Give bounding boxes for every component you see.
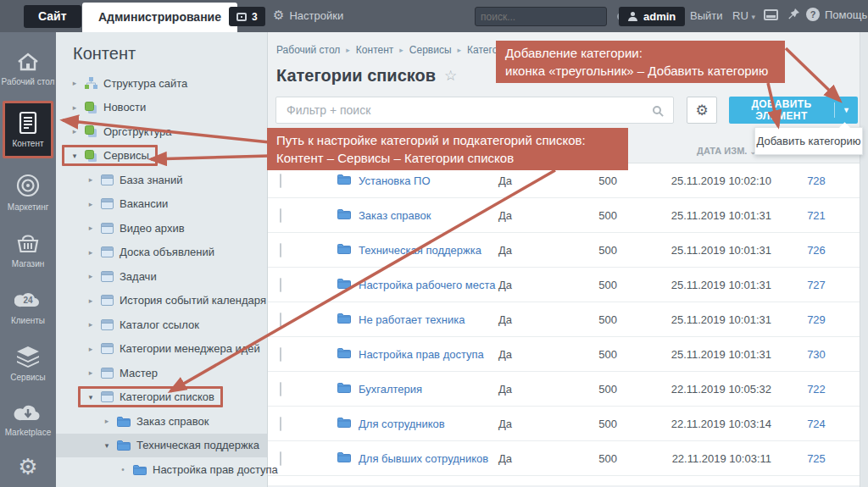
expand-arrow-icon[interactable]: ▸ <box>70 79 79 87</box>
row-checkbox[interactable] <box>280 313 281 327</box>
row-checkbox[interactable] <box>280 208 281 223</box>
tree-item-label[interactable]: Заказ справок <box>136 415 209 428</box>
sidebar-item-shop[interactable]: Магазин <box>0 226 56 274</box>
breadcrumb-item[interactable]: Контент <box>356 44 393 56</box>
tree-item-label[interactable]: Задачи <box>120 270 157 283</box>
tree-item[interactable]: •Настройка прав доступа <box>56 457 267 482</box>
cell-id-link[interactable]: 729 <box>778 313 854 326</box>
tree-item-label[interactable]: Доска объявлений <box>120 246 214 258</box>
row-checkbox[interactable] <box>280 417 281 431</box>
tab-site[interactable]: Сайт <box>24 5 81 28</box>
cell-id-link[interactable]: 727 <box>778 279 854 291</box>
pin-icon[interactable] <box>787 8 800 25</box>
tree-item-label[interactable]: Техническая поддержка <box>136 439 259 451</box>
breadcrumb-item[interactable]: Рабочий стол <box>276 44 340 56</box>
tree-item[interactable]: ▸Видео архив <box>56 216 267 241</box>
tree-item-label[interactable]: Сервисы <box>103 149 149 162</box>
scrollbar[interactable] <box>860 32 868 487</box>
tree-item-label[interactable]: Настройка прав доступа <box>153 463 278 476</box>
category-link[interactable]: Заказ справок <box>359 209 431 222</box>
row-checkbox[interactable] <box>280 382 281 396</box>
cell-id-link[interactable]: 726 <box>778 244 854 257</box>
help-button[interactable]: ? Помощь <box>806 8 867 21</box>
tree-item[interactable]: ▸Доска объявлений <box>56 241 267 265</box>
tree-item[interactable]: ▸База знаний <box>56 168 267 192</box>
tab-administration[interactable]: Администрирование <box>82 3 237 32</box>
tree-item-label[interactable]: Новости <box>103 101 146 113</box>
cell-id-link[interactable]: 725 <box>778 452 854 465</box>
sidebar-item-content[interactable]: Контент <box>3 101 53 158</box>
tree-item-label[interactable]: Вакансии <box>120 197 168 210</box>
cell-id-link[interactable]: 728 <box>778 174 854 187</box>
category-link[interactable]: Для сотрудников <box>359 418 445 430</box>
expand-arrow-icon[interactable]: ▸ <box>86 368 95 377</box>
expand-arrow-icon[interactable]: ▸ <box>86 296 95 305</box>
language-selector[interactable]: RU ▾ <box>732 9 755 22</box>
tree-item[interactable]: ▸Оргструктура <box>56 119 267 144</box>
category-link[interactable]: Для бывших сотрудников <box>359 452 488 465</box>
sidebar-item-clients[interactable]: 24 Клиенты <box>0 283 56 330</box>
tree-item[interactable]: ▸Каталог ссылок <box>56 313 267 337</box>
tree-item-label[interactable]: Категории списков <box>120 390 214 403</box>
topbar-search-input[interactable] <box>476 11 617 23</box>
notifications-button[interactable]: 3 <box>229 7 265 26</box>
tree-item[interactable]: ▾Категории списков <box>56 385 267 410</box>
category-link[interactable]: Не работает техника <box>359 313 465 326</box>
collapse-arrow-icon[interactable]: ▾ <box>103 441 111 450</box>
tree-item-label[interactable]: Оргструктура <box>103 125 172 138</box>
favorite-star-icon[interactable]: ☆ <box>444 67 457 85</box>
expand-arrow-icon[interactable]: ▸ <box>86 320 95 329</box>
tree-item[interactable]: ▸Вакансии <box>56 192 267 217</box>
collapse-arrow-icon[interactable]: ▾ <box>86 393 95 401</box>
cell-id-link[interactable]: 724 <box>778 418 854 430</box>
expand-arrow-icon[interactable]: ▸ <box>70 103 79 112</box>
category-link[interactable]: Техническая поддержка <box>359 244 481 257</box>
add-element-dropdown-caret[interactable]: ▼ <box>834 102 858 118</box>
filter-search-input[interactable] <box>276 103 653 117</box>
cell-id-link[interactable]: 722 <box>778 383 854 396</box>
tree-item-label[interactable]: Видео архив <box>120 222 185 235</box>
tree-item[interactable]: ▾Сервисы <box>56 144 267 169</box>
sidebar-settings-gear-icon[interactable]: ⚙ <box>18 455 37 479</box>
category-link[interactable]: Бухгалтерия <box>359 383 422 396</box>
expand-arrow-icon[interactable]: ▸ <box>86 200 95 208</box>
tree-item[interactable]: ▸Задачи <box>56 264 267 289</box>
filter-search[interactable] <box>275 97 674 124</box>
sidebar-item-marketing[interactable]: Маркетинг <box>0 168 56 217</box>
category-link[interactable]: Настройка рабочего места <box>359 279 495 291</box>
sidebar-item-desktop[interactable]: Рабочий стол <box>0 46 56 91</box>
tree-item-label[interactable]: Категории менеджера идей <box>120 342 260 355</box>
row-checkbox[interactable] <box>280 243 281 257</box>
row-checkbox[interactable] <box>280 174 281 188</box>
grid-settings-button[interactable]: ⚙ <box>687 97 717 124</box>
expand-arrow-icon[interactable]: ▸ <box>70 127 79 136</box>
row-checkbox[interactable] <box>280 347 281 362</box>
cell-id-link[interactable]: 730 <box>778 348 854 361</box>
tree-item[interactable]: ▸История событий календаря <box>56 289 267 313</box>
menu-item-add-category[interactable]: Добавить категорию <box>757 135 861 147</box>
tree-item-label[interactable]: База знаний <box>120 174 183 186</box>
topbar-search[interactable] <box>475 7 607 26</box>
tree-item[interactable]: ▾Техническая поддержка <box>56 434 267 458</box>
collapse-arrow-icon[interactable]: ▾ <box>70 152 79 160</box>
sidebar-item-services[interactable]: Сервисы <box>0 340 56 387</box>
user-button[interactable]: admin <box>619 7 685 26</box>
expand-arrow-icon[interactable]: ▸ <box>86 224 95 232</box>
tree-item-label[interactable]: Каталог ссылок <box>120 318 199 331</box>
row-checkbox[interactable] <box>280 278 281 292</box>
cell-id-link[interactable]: 721 <box>778 209 854 222</box>
logout-link[interactable]: Выйти <box>690 9 723 22</box>
category-link[interactable]: Установка ПО <box>359 174 431 187</box>
tree-item[interactable]: ▸Структура сайта <box>56 71 267 96</box>
expand-arrow-icon[interactable]: ▸ <box>86 345 95 353</box>
tree-item[interactable]: ▸Заказ справок <box>56 409 267 434</box>
expand-arrow-icon[interactable]: ▸ <box>86 248 95 257</box>
category-link[interactable]: Настройка прав доступа <box>359 348 484 361</box>
tree-item[interactable]: ▸Мастер <box>56 361 267 385</box>
tree-item-label[interactable]: История событий календаря <box>120 294 266 307</box>
expand-arrow-icon[interactable]: ▸ <box>86 175 95 184</box>
add-element-button[interactable]: ДОБАВИТЬ ЭЛЕМЕНТ ▼ <box>729 97 858 124</box>
tree-item-label[interactable]: Мастер <box>120 367 158 379</box>
tree-item[interactable]: ▸Новости <box>56 96 267 120</box>
settings-button[interactable]: ⚙ Настройки <box>273 8 343 23</box>
